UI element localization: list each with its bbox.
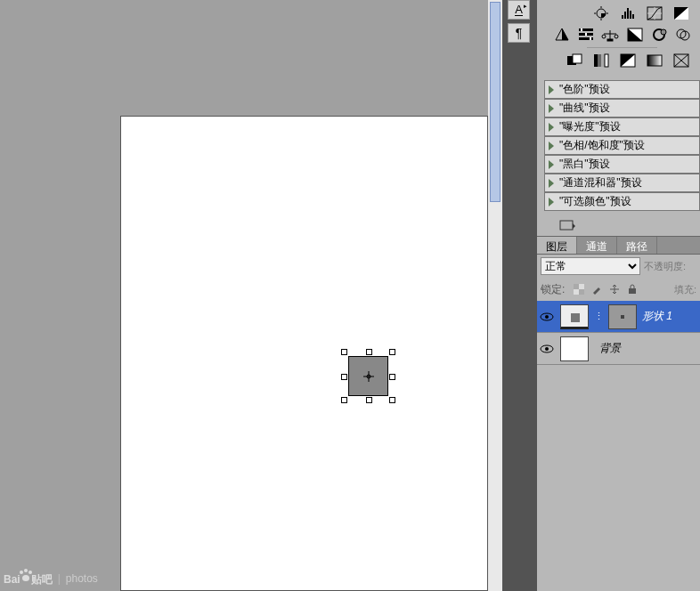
handle-bottom-middle[interactable] [366, 397, 372, 403]
handle-middle-right[interactable] [389, 374, 395, 380]
channel-mixer-icon[interactable] [674, 27, 691, 43]
expand-panel-icon[interactable] [559, 220, 575, 232]
visibility-toggle-icon[interactable] [539, 341, 555, 357]
panels-column: "色阶"预设 "曲线"预设 "曝光度"预设 "色相/饱和度"预设 "黑白"预设 … [537, 0, 700, 591]
expand-triangle-icon [549, 104, 554, 113]
lock-row: 锁定: 填充: [537, 278, 700, 301]
lock-pixels-icon[interactable] [590, 282, 604, 296]
exposure-icon[interactable] [672, 5, 691, 21]
pilcrow-icon: ¶ [516, 26, 523, 40]
svg-point-52 [545, 347, 549, 351]
vector-mask-thumbnail[interactable] [608, 304, 637, 329]
tab-channels[interactable]: 通道 [577, 237, 617, 254]
divider [587, 47, 657, 48]
visibility-toggle-icon[interactable] [539, 309, 555, 325]
preset-exposure[interactable]: "曝光度"预设 [544, 117, 700, 136]
preset-levels[interactable]: "色阶"预设 [544, 80, 700, 99]
expand-triangle-icon [549, 85, 554, 94]
preset-selective-color[interactable]: "可选颜色"预设 [544, 192, 700, 211]
levels-icon[interactable] [618, 5, 638, 21]
preset-channel-mixer[interactable]: "通道混和器"预设 [544, 174, 700, 192]
svg-rect-21 [585, 33, 587, 36]
handle-top-middle[interactable] [366, 349, 372, 355]
svg-point-23 [602, 35, 606, 38]
invert-icon[interactable] [565, 53, 584, 69]
layer-name-label[interactable]: 形状 1 [642, 309, 672, 324]
svg-point-30 [680, 31, 689, 40]
layer-thumbnail[interactable] [560, 336, 589, 361]
preset-black-white[interactable]: "黑白"预设 [544, 155, 700, 174]
shape-selection[interactable] [344, 352, 393, 401]
preset-label: "色阶"预设 [559, 82, 610, 97]
canvas-scrollbar-vertical[interactable] [488, 0, 502, 591]
baidu-tieba-logo: Bai 贴吧 [4, 569, 53, 587]
tab-layers[interactable]: 图层 [537, 237, 577, 254]
watermark-brand-right: 贴吧 [31, 572, 53, 587]
scrollbar-thumb[interactable] [490, 2, 501, 202]
svg-rect-9 [624, 12, 626, 19]
blend-mode-select[interactable]: 正常 [541, 257, 640, 275]
layer-name-label[interactable]: 背景 [599, 341, 621, 356]
preset-label: "色相/饱和度"预设 [559, 138, 645, 153]
paw-icon [19, 569, 33, 583]
blend-mode-row: 正常 不透明度: [537, 255, 700, 278]
svg-point-28 [661, 29, 666, 35]
svg-rect-11 [630, 11, 631, 19]
preset-hue-saturation[interactable]: "色相/饱和度"预设 [544, 136, 700, 155]
paragraph-panel-button[interactable]: ¶ [508, 23, 530, 43]
svg-rect-26 [628, 28, 642, 41]
photo-filter-icon[interactable] [650, 27, 667, 43]
transform-center-icon [363, 371, 374, 382]
color-balance-icon[interactable] [601, 27, 619, 43]
svg-point-24 [615, 35, 618, 38]
lock-all-icon[interactable] [625, 282, 639, 296]
handle-bottom-left[interactable] [341, 397, 347, 403]
brightness-contrast-icon[interactable] [591, 5, 611, 21]
svg-rect-42 [560, 221, 573, 230]
handle-bottom-right[interactable] [389, 397, 395, 403]
selective-color-icon[interactable] [672, 53, 691, 69]
panel-footer-icons [537, 216, 700, 236]
preset-label: "通道混和器"预设 [559, 175, 642, 190]
vertical-type-tool-button[interactable]: A ▸ [508, 0, 530, 20]
curves-icon[interactable] [645, 5, 664, 21]
link-mask-icon[interactable]: ⋮ [594, 311, 603, 322]
expand-triangle-icon [549, 198, 554, 206]
preset-curves[interactable]: "曲线"预设 [544, 99, 700, 117]
expand-triangle-icon [549, 160, 554, 169]
canvas-viewport [0, 0, 499, 591]
handle-top-left[interactable] [341, 349, 347, 355]
svg-rect-33 [594, 54, 598, 67]
gradient-map-icon[interactable] [645, 53, 664, 69]
svg-line-40 [674, 54, 688, 67]
hue-saturation-icon[interactable] [577, 27, 594, 43]
vibrance-icon[interactable] [553, 27, 570, 43]
svg-point-29 [677, 29, 686, 38]
handle-top-right[interactable] [389, 349, 395, 355]
layer-panel-tabs: 图层 通道 路径 [537, 236, 700, 255]
black-white-icon[interactable] [626, 27, 643, 43]
layer-thumbnail[interactable] [560, 304, 589, 329]
lock-transparency-icon[interactable] [572, 282, 586, 296]
svg-rect-17 [579, 28, 593, 31]
threshold-icon[interactable] [618, 53, 638, 69]
layer-background[interactable]: 背景 [537, 333, 700, 365]
svg-rect-43 [574, 284, 584, 295]
layers-list: ⋮ 形状 1 背景 [537, 301, 700, 365]
lock-position-icon[interactable] [607, 282, 622, 296]
svg-rect-13 [647, 7, 662, 20]
svg-point-2 [367, 375, 370, 378]
tab-paths[interactable]: 路径 [617, 237, 657, 254]
svg-rect-22 [590, 37, 591, 40]
document-canvas[interactable] [120, 116, 488, 591]
svg-point-27 [654, 29, 664, 40]
svg-rect-31 [567, 56, 576, 65]
svg-rect-35 [601, 54, 605, 67]
handle-middle-left[interactable] [341, 374, 347, 380]
type-icon: A [515, 4, 523, 16]
adjustment-presets-list: "色阶"预设 "曲线"预设 "曝光度"预设 "色相/饱和度"预设 "黑白"预设 … [537, 77, 700, 216]
svg-rect-36 [605, 54, 608, 67]
layer-shape-1[interactable]: ⋮ 形状 1 [537, 301, 700, 333]
posterize-icon[interactable] [591, 53, 611, 69]
preset-label: "可选颜色"预设 [559, 194, 631, 209]
